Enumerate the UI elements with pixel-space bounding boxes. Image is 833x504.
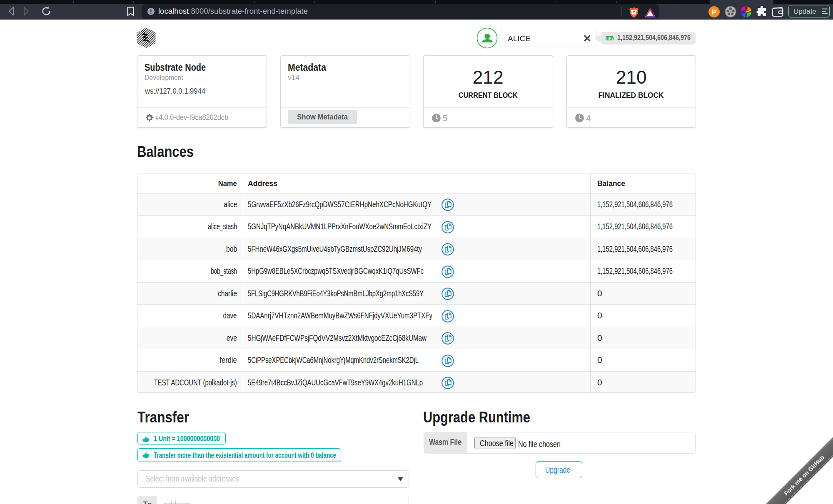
svg-text:P: P <box>712 8 716 16</box>
